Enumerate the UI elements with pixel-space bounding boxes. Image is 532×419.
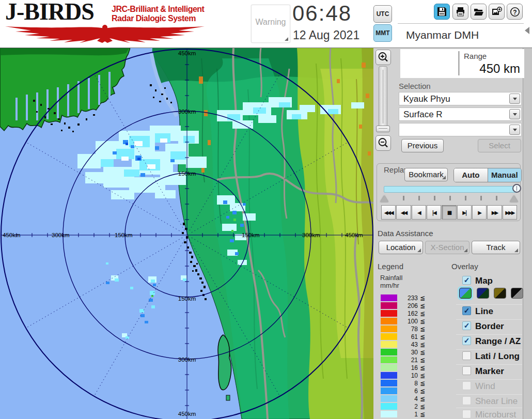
legend-row: 21≦ — [373, 356, 451, 364]
zoom-out-icon — [378, 137, 389, 149]
zoom-slider-track[interactable] — [379, 66, 387, 127]
svg-text:450km: 450km — [3, 232, 21, 238]
stop-button[interactable]: ■ — [442, 205, 456, 220]
save-button[interactable] — [434, 4, 450, 20]
rewind-3x-button[interactable]: ◀◀◀ — [381, 205, 396, 220]
border-checkbox[interactable]: ✓ — [462, 321, 471, 330]
legend-row: 206≦ — [373, 302, 451, 309]
replay-slider-handle[interactable] — [512, 184, 521, 193]
svg-text:300km: 300km — [178, 108, 196, 115]
map-style-gray-button[interactable] — [511, 288, 523, 299]
zoom-in-button[interactable] — [375, 50, 391, 65]
svg-text:150km: 150km — [242, 232, 260, 238]
line-checkbox[interactable]: ✓ — [462, 306, 471, 315]
legend-swatch — [381, 310, 397, 317]
marker-checkbox[interactable] — [462, 366, 471, 375]
forward-2x-button[interactable]: ▶▶ — [487, 205, 502, 220]
clock-time: 06:48 — [292, 1, 352, 26]
previous-button[interactable]: Previous — [401, 139, 444, 152]
option-dropdown-button[interactable] — [509, 125, 520, 135]
overlay-row-shear-line: Shear Line — [456, 394, 522, 408]
print-button[interactable] — [452, 4, 468, 20]
legend-swatch — [381, 341, 397, 348]
svg-text:450km: 450km — [345, 232, 363, 238]
panel-gutter — [523, 48, 532, 419]
svg-text:450km: 450km — [178, 411, 196, 417]
jbirds-logo: J-BIRDS JRC-Brilliant & Intelligent Rada… — [4, 0, 211, 48]
legend-row: 1≦ — [373, 411, 451, 418]
chevron-down-icon — [513, 113, 517, 118]
x-section-button[interactable]: X-Section — [425, 241, 470, 254]
map-style-terrain-button[interactable] — [459, 288, 472, 299]
location-button[interactable]: Location — [379, 241, 423, 254]
mmt-button[interactable]: MMT — [373, 24, 392, 42]
map-style-olive-button[interactable] — [494, 288, 506, 299]
radar-map[interactable]: 450km 300km 150km 150km 300km 450km 450k… — [0, 48, 373, 419]
add-image-button[interactable] — [489, 4, 505, 20]
radar-map-canvas: 450km 300km 150km 150km 300km 450km 450k… — [0, 48, 373, 419]
legend-swatch — [381, 349, 397, 355]
shear-line-checkbox — [462, 396, 471, 405]
play-backward-button[interactable]: ◀ — [412, 205, 426, 220]
legend-row: 100≦ — [373, 318, 451, 325]
utc-button[interactable]: UTC — [373, 5, 392, 23]
play-forward-button[interactable]: ▶ — [472, 205, 487, 220]
zoom-out-button[interactable] — [375, 135, 391, 151]
site-dropdown-button[interactable] — [509, 94, 520, 104]
legend-row: 8≦ — [373, 380, 451, 387]
svg-text:300km: 300km — [302, 232, 320, 238]
product-dropdown[interactable]: Surface R — [399, 107, 522, 121]
auto-button[interactable]: Auto — [454, 168, 488, 182]
station-name: Myanmar DMH — [406, 29, 479, 41]
open-folder-icon — [474, 7, 484, 17]
legend-unit: mm/hr — [380, 282, 399, 289]
overlay-row-marker: Marker — [456, 364, 522, 378]
header-bar: J-BIRDS JRC-Brilliant & Intelligent Rada… — [0, 0, 532, 48]
svg-text:150km: 150km — [178, 170, 196, 177]
select-button[interactable]: Select — [478, 139, 521, 152]
range-end-marker[interactable] — [510, 195, 518, 202]
legend-swatch — [381, 356, 397, 363]
manual-button[interactable]: Manual — [488, 168, 522, 182]
legend-row: 4≦ — [373, 395, 451, 402]
panel-collapse-icon[interactable] — [525, 27, 529, 34]
replay-mode-toggle: Auto Manual — [453, 168, 522, 182]
range-box: Range 450 km — [400, 49, 524, 78]
zoom-slider-handle[interactable] — [376, 126, 390, 132]
svg-text:?: ? — [513, 8, 517, 15]
logo-tagline: JRC-Brilliant & Intelligent Radar Dialog… — [112, 5, 204, 23]
map-style-dark-button[interactable] — [477, 288, 489, 299]
legend-swatch — [381, 372, 397, 379]
jbirds-window: J-BIRDS JRC-Brilliant & Intelligent Rada… — [0, 0, 532, 419]
legend-row: 43≦ — [373, 341, 451, 348]
legend-row: 10≦ — [373, 372, 451, 379]
save-icon — [437, 7, 447, 17]
legend-label: Legend — [378, 262, 403, 271]
wind-checkbox — [462, 381, 471, 390]
microburst-checkbox — [462, 410, 471, 418]
replay-slider-track[interactable] — [384, 186, 517, 193]
rewind-2x-button[interactable]: ◀◀ — [396, 205, 411, 220]
option-dropdown[interactable] — [399, 123, 522, 136]
overlay-row-map: ✓ Map — [456, 274, 522, 288]
track-button[interactable]: Track — [472, 241, 520, 254]
legend-swatch — [381, 333, 397, 340]
warning-box[interactable]: Warning — [251, 5, 290, 43]
open-file-button[interactable] — [471, 4, 487, 20]
site-dropdown-value: Kyauk Phyu — [403, 94, 450, 104]
overlay-label: Overlay — [451, 262, 478, 271]
lati-long-checkbox[interactable] — [462, 351, 471, 360]
step-back-button[interactable]: |◀ — [427, 205, 441, 220]
legend-swatch — [381, 411, 397, 417]
bookmark-button[interactable]: Bookmark — [404, 168, 448, 181]
site-dropdown[interactable]: Kyauk Phyu — [399, 92, 522, 105]
forward-3x-button[interactable]: ▶▶▶ — [503, 205, 517, 220]
step-forward-button[interactable]: ▶| — [457, 205, 472, 220]
map-checkbox[interactable]: ✓ — [462, 276, 471, 285]
range-az-checkbox[interactable]: ✓ — [462, 336, 471, 345]
product-dropdown-button[interactable] — [509, 109, 520, 119]
help-button[interactable]: ? — [507, 4, 523, 20]
playback-controls: ◀◀◀ ◀◀ ◀ |◀ ■ ▶| ▶ ▶▶ ▶▶▶ — [381, 205, 517, 220]
range-start-marker[interactable] — [380, 195, 388, 202]
replay-slider-ticks — [377, 195, 521, 203]
